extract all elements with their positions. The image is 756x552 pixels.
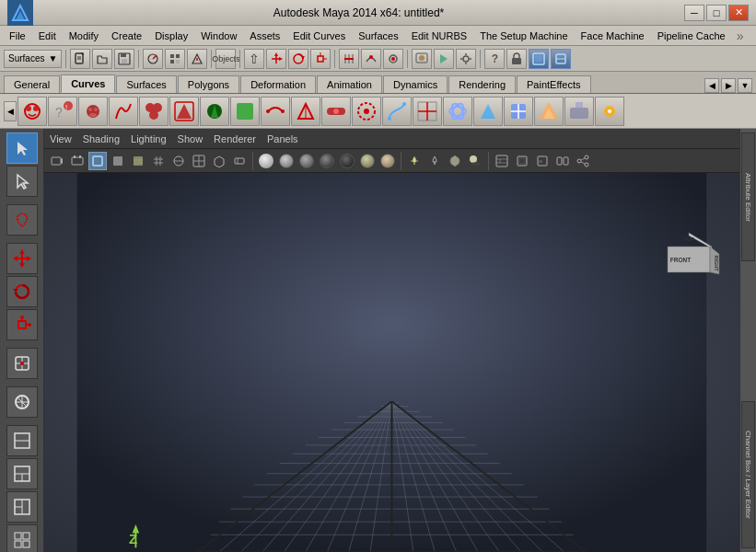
tab-surfaces[interactable]: Surfaces [116,75,176,93]
menu-display[interactable]: Display [149,29,193,43]
tb-btn-5[interactable] [165,49,185,69]
vp-menu-panels[interactable]: Panels [267,133,298,144]
tb-snap-curve[interactable] [361,49,381,69]
menu-face-machine[interactable]: Face Machine [576,29,650,43]
menu-modify[interactable]: Modify [64,29,104,43]
vp-menu-shading[interactable]: Shading [83,133,120,144]
vp-sphere-2[interactable] [277,152,296,170]
mode-dropdown[interactable]: Surfaces ▼ [4,50,62,68]
select-tool-btn[interactable]: ⇧ [244,49,264,69]
tab-menu[interactable]: ▼ [738,78,752,93]
vp-sphere-1[interactable] [257,152,275,170]
shelf-icon-2[interactable]: ?! [48,97,77,126]
lasso-tool[interactable] [6,204,38,236]
tab-scroll-right[interactable]: ▶ [721,78,736,93]
vp-icon-hud[interactable] [493,152,511,170]
vp-icon-solid[interactable] [109,152,127,170]
channel-box-tab[interactable]: Channel Box / Layer Editor [741,401,755,548]
shelf-icon-9[interactable] [261,97,290,126]
scale-tool-btn[interactable] [310,49,331,69]
menu-surfaces[interactable]: Surfaces [353,29,403,43]
vp-icon-region[interactable] [533,152,552,170]
menu-pipeline-cache[interactable]: Pipeline Cache [652,29,731,43]
tb-active-2[interactable] [551,49,571,69]
tab-scroll-left[interactable]: ◀ [704,78,719,93]
paint-select-tool[interactable] [6,166,38,197]
viewport-3d-canvas[interactable]: Z TOP FRONT RIGHT [44,173,739,552]
vp-icon-texture[interactable] [129,152,147,170]
shelf-icon-13[interactable] [382,97,412,126]
minimize-button[interactable]: ─ [684,5,704,21]
rotate-tool[interactable] [6,276,38,307]
lt-layout-2[interactable] [6,458,38,489]
shelf-icon-12[interactable] [352,97,381,126]
orientation-cube[interactable]: TOP FRONT RIGHT [657,228,721,293]
vp-menu-lighting[interactable]: Lighting [131,133,167,144]
translate-tool-btn[interactable] [266,49,286,69]
tab-polygons[interactable]: Polygons [178,75,239,93]
shelf-left-arrow[interactable]: ◀ [4,101,17,121]
shelf-icon-3[interactable] [78,97,108,126]
vp-menu-renderer[interactable]: Renderer [214,133,256,144]
tb-help[interactable]: ? [484,49,505,69]
vp-icon-grid-toggle[interactable] [149,152,168,170]
lt-btn-7[interactable] [6,348,38,379]
shelf-icon-15[interactable] [443,97,472,126]
tb-active-sel[interactable] [529,49,549,69]
open-scene-button[interactable] [92,49,112,69]
tab-deformation[interactable]: Deformation [240,75,316,93]
menu-setup-machine[interactable]: The Setup Machine [474,29,573,43]
tab-animation[interactable]: Animation [317,75,382,93]
vp-sphere-7[interactable] [378,152,397,170]
menu-edit[interactable]: Edit [33,29,62,43]
attribute-editor-tab[interactable]: Attribute Editor [741,132,755,261]
lt-layout-3[interactable] [6,491,38,523]
lt-btn-8[interactable] [6,386,38,418]
vp-icon-camera[interactable] [48,152,66,170]
shelf-icon-10[interactable] [291,97,320,126]
new-scene-button[interactable] [70,49,90,69]
tb-btn-6[interactable] [187,49,207,69]
tb-ipr-render[interactable] [434,49,454,69]
tb-btn-4[interactable] [143,49,163,69]
tb-lock[interactable] [506,49,527,69]
tab-general[interactable]: General [4,75,60,93]
vp-icon-default-light[interactable] [446,152,464,170]
vp-sphere-5[interactable] [338,152,356,170]
tab-dynamics[interactable]: Dynamics [383,75,448,93]
tb-snap-point[interactable] [383,49,403,69]
viewport[interactable]: View Shading Lighting Show Renderer Pane… [44,129,739,552]
maximize-button[interactable]: □ [706,5,727,21]
vp-icon-shadows[interactable] [466,152,484,170]
vp-menu-show[interactable]: Show [178,133,204,144]
shelf-icon-8[interactable] [230,97,260,126]
rotate-tool-btn[interactable] [288,49,308,69]
menu-edit-nurbs[interactable]: Edit NURBS [406,29,473,43]
vp-sphere-6[interactable] [358,152,377,170]
menu-window[interactable]: Window [195,29,242,43]
save-scene-button[interactable] [114,49,134,69]
shelf-icon-20[interactable] [595,97,624,126]
vp-icon-5[interactable] [169,152,188,170]
menu-create[interactable]: Create [106,29,147,43]
vp-sphere-4[interactable] [318,152,336,170]
vp-icon-6[interactable] [190,152,208,170]
vp-icon-stereo[interactable] [553,152,572,170]
vp-menu-view[interactable]: View [50,133,72,144]
tb-render-view[interactable] [412,49,432,69]
menu-file[interactable]: File [4,29,31,43]
shelf-icon-11[interactable] [321,97,351,126]
tb-render-settings[interactable] [456,49,476,69]
shelf-icon-16[interactable] [473,97,503,126]
lt-layout-1[interactable] [6,425,38,456]
shelf-icon-1[interactable] [17,97,47,126]
shelf-icon-18[interactable] [534,97,564,126]
vp-icon-gate[interactable] [513,152,531,170]
menu-edit-curves[interactable]: Edit Curves [287,29,351,43]
shelf-icon-17[interactable] [504,97,533,126]
vp-icon-share[interactable] [574,152,592,170]
vp-icon-lights-off[interactable] [425,152,444,170]
tab-curves[interactable]: Curves [61,75,115,93]
lt-layout-4[interactable] [6,524,38,552]
shelf-icon-19[interactable] [564,97,594,126]
